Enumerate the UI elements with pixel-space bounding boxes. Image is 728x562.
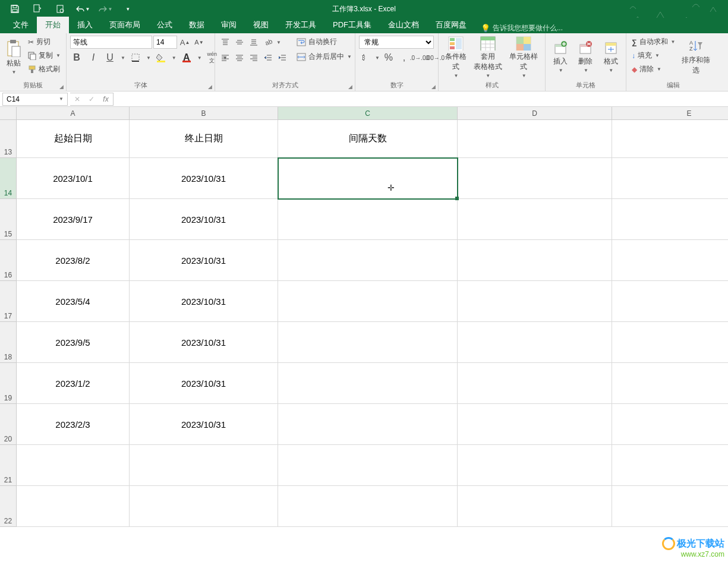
cell-A22[interactable]	[17, 486, 130, 527]
cell-D17[interactable]	[458, 281, 612, 322]
enter-formula-button[interactable]: ✓	[84, 95, 99, 103]
row-head-18[interactable]: 18	[0, 322, 17, 363]
cell-A14[interactable]: 2023/10/1	[17, 158, 130, 199]
print-preview-button[interactable]	[50, 1, 70, 17]
align-right-button[interactable]	[247, 51, 260, 64]
insert-cells-button[interactable]: 插入▼	[549, 36, 572, 78]
cell-D13[interactable]	[458, 120, 612, 158]
cell-C18[interactable]	[278, 322, 458, 363]
tab-page-layout[interactable]: 页面布局	[101, 17, 149, 33]
border-button[interactable]	[129, 51, 142, 64]
comma-button[interactable]: ,	[398, 51, 411, 64]
tab-jinshan[interactable]: 金山文档	[380, 17, 427, 33]
cell-E13[interactable]	[612, 120, 728, 158]
cell-D16[interactable]	[458, 240, 612, 281]
cell-D19[interactable]	[458, 363, 612, 404]
undo-button[interactable]: ▼	[73, 1, 93, 17]
cell-E16[interactable]	[612, 240, 728, 281]
tab-pdf-tools[interactable]: PDF工具集	[324, 17, 380, 33]
clipboard-dialog-launcher[interactable]: ◢	[59, 84, 64, 90]
format-table-button[interactable]: 套用 表格格式▼	[472, 36, 504, 78]
format-painter-button[interactable]: 格式刷	[26, 63, 62, 75]
cell-B17[interactable]: 2023/10/31	[130, 281, 278, 322]
cell-E18[interactable]	[612, 322, 728, 363]
number-dialog-launcher[interactable]: ◢	[431, 84, 436, 90]
tab-formula[interactable]: 公式	[149, 17, 181, 33]
spreadsheet-grid[interactable]: ABCDE 13141516171819202122 起始日期终止日期间隔天数2…	[0, 107, 728, 562]
bold-button[interactable]: B	[70, 51, 83, 64]
cell-C22[interactable]	[278, 486, 458, 527]
tab-view[interactable]: 视图	[245, 17, 277, 33]
cell-A21[interactable]	[17, 445, 130, 486]
decrease-indent-button[interactable]	[261, 51, 275, 64]
cell-D15[interactable]	[458, 199, 612, 240]
row-head-13[interactable]: 13	[0, 120, 17, 158]
cell-B16[interactable]: 2023/10/31	[130, 240, 278, 281]
align-middle-button[interactable]	[233, 36, 246, 49]
row-head-19[interactable]: 19	[0, 363, 17, 404]
formula-input[interactable]	[114, 93, 728, 106]
customize-qat-button[interactable]: ▾	[118, 1, 138, 17]
tab-file[interactable]: 文件	[5, 17, 37, 33]
row-head-15[interactable]: 15	[0, 199, 17, 240]
tab-insert[interactable]: 插入	[69, 17, 101, 33]
cancel-formula-button[interactable]: ✕	[70, 95, 84, 103]
cell-E20[interactable]	[612, 404, 728, 445]
cell-A16[interactable]: 2023/8/2	[17, 240, 130, 281]
tab-review[interactable]: 审阅	[213, 17, 245, 33]
cell-C19[interactable]	[278, 363, 458, 404]
wrap-text-button[interactable]: 自动换行	[295, 36, 354, 48]
cell-C16[interactable]	[278, 240, 458, 281]
cell-E19[interactable]	[612, 363, 728, 404]
row-head-17[interactable]: 17	[0, 281, 17, 322]
row-head-20[interactable]: 20	[0, 404, 17, 445]
cell-C20[interactable]	[278, 404, 458, 445]
row-head-22[interactable]: 22	[0, 486, 17, 527]
cell-E14[interactable]	[612, 158, 728, 199]
cell-A17[interactable]: 2023/5/4	[17, 281, 130, 322]
clear-button[interactable]: ◆清除▼	[630, 63, 677, 75]
cell-E21[interactable]	[612, 445, 728, 486]
cell-E15[interactable]	[612, 199, 728, 240]
cell-D14[interactable]	[458, 158, 612, 199]
cell-C13[interactable]: 间隔天数	[278, 120, 458, 158]
align-top-button[interactable]	[219, 36, 232, 49]
autosum-button[interactable]: ∑自动求和▼	[630, 36, 677, 48]
row-head-14[interactable]: 14	[0, 158, 17, 199]
increase-decimal-button[interactable]: .0→.00	[413, 51, 426, 64]
cell-D20[interactable]	[458, 404, 612, 445]
col-head-D[interactable]: D	[458, 107, 612, 120]
redo-button[interactable]: ▼	[95, 1, 115, 17]
cell-B14[interactable]: 2023/10/31	[130, 158, 278, 199]
cell-A13[interactable]: 起始日期	[17, 120, 130, 158]
fill-color-button[interactable]	[155, 51, 168, 64]
row-head-21[interactable]: 21	[0, 445, 17, 486]
italic-button[interactable]: I	[87, 51, 100, 64]
orientation-button[interactable]: ab	[261, 36, 275, 49]
underline-button[interactable]: U	[103, 51, 116, 64]
name-box[interactable]: C14▼	[2, 93, 68, 106]
col-head-C[interactable]: C	[278, 107, 458, 120]
align-left-button[interactable]	[219, 51, 232, 64]
fill-button[interactable]: ↓填充▼	[630, 49, 677, 62]
align-center-button[interactable]	[233, 51, 246, 64]
cell-styles-button[interactable]: 单元格样式▼	[506, 36, 541, 78]
cell-B21[interactable]	[130, 445, 278, 486]
delete-cells-button[interactable]: 删除▼	[574, 36, 597, 78]
alignment-dialog-launcher[interactable]: ◢	[348, 84, 352, 90]
font-name-select[interactable]	[70, 36, 152, 49]
format-cells-button[interactable]: 格式▼	[600, 36, 622, 78]
tell-me-search[interactable]: 💡 告诉我您想要做什么...	[481, 23, 563, 33]
percent-button[interactable]: %	[382, 51, 395, 64]
sort-filter-button[interactable]: AZ 排序和筛选	[679, 36, 713, 78]
font-size-select[interactable]	[153, 36, 177, 49]
cell-B20[interactable]: 2023/10/31	[130, 404, 278, 445]
number-format-select[interactable]: 常规	[359, 36, 434, 49]
touch-mode-button[interactable]	[27, 1, 48, 17]
tab-developer[interactable]: 开发工具	[277, 17, 324, 33]
insert-function-button[interactable]: fx	[99, 95, 113, 103]
cell-E22[interactable]	[612, 486, 728, 527]
cell-C14[interactable]	[278, 158, 458, 199]
cell-E17[interactable]	[612, 281, 728, 322]
font-color-button[interactable]: A	[180, 51, 193, 64]
